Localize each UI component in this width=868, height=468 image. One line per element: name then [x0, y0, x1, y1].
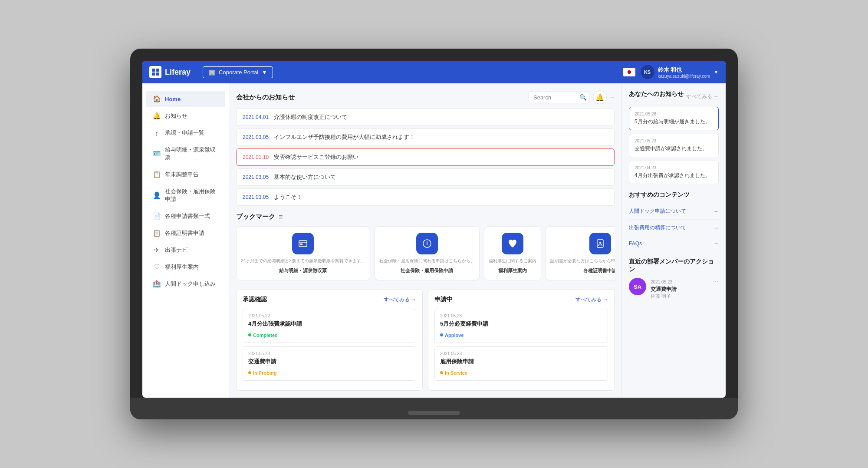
member-actions-section: 直近の部署メンバーのアクション SA 2021.05.23 ··· 交通費申請 …: [629, 258, 719, 300]
member-dots-button[interactable]: ···: [713, 278, 719, 286]
flag-icon: [623, 68, 635, 76]
member-avatar: SA: [629, 278, 646, 295]
bookmark-label-kyuuyo: 給与明細・源泉徴収票: [279, 267, 327, 274]
right-sidebar: あなたへのお知らせ すべてみる → 2021.05.28 5月分の給与明細が届き…: [621, 83, 726, 398]
bookmark-desc-kyuuyo: 24ヶ月までの給与明細と2票まての源泉徴収票を閲覧できます。: [241, 258, 365, 264]
notification-bell-button[interactable]: 🔔: [593, 90, 607, 104]
approval-item-1[interactable]: 2021.05.22 4月分出張費承認申請 Completed: [243, 309, 416, 343]
recommended-item-3[interactable]: FAQs →: [629, 236, 719, 251]
application-status-2: In Service: [440, 370, 467, 376]
application-status-1: Applove: [440, 333, 464, 338]
recommended-section: おすすめのコンテンツ 人間ドック申請について → 出張費用の精算について → F…: [629, 191, 719, 251]
card-icon: 🪪: [153, 150, 161, 158]
clipboard-icon: 📋: [153, 171, 161, 178]
recommended-item-1[interactable]: 人間ドック申請について →: [629, 203, 719, 220]
announcement-date-highlighted: 2021.01.10: [243, 154, 269, 160]
member-info: 2021.05.23 ··· 交通費申請 佐藤 明子: [651, 278, 719, 300]
announcement-date: 2021.03.05: [243, 194, 269, 200]
personal-notices-title: あなたへのお知らせ: [629, 90, 684, 98]
recommended-item-2[interactable]: 出張費用の精算について →: [629, 220, 719, 236]
notice-card-1[interactable]: 2021.05.28 5月分の給与明細が届きました。: [629, 107, 719, 130]
notice-date-2: 2021.05.23: [635, 138, 713, 143]
sidebar-item-home[interactable]: 🏠 Home: [146, 91, 225, 107]
sidebar-item-kyuuyo[interactable]: 🪪 給与明細・源泉微収票: [146, 142, 225, 166]
logo-text: Liferay: [165, 68, 191, 77]
announcement-text: 介護休暇の制度改正について: [274, 113, 347, 121]
bookmarks-header: ブックマーク ≡: [236, 213, 615, 221]
bookmark-desc-fukuri: 福利厚生に関するご案内: [489, 258, 536, 264]
application-see-all[interactable]: すべてみる →: [575, 296, 608, 303]
recommended-text-1: 人間ドック申請について: [629, 208, 686, 215]
svg-rect-3: [156, 73, 159, 76]
notice-card-3[interactable]: 2021.04.23 4月分出張費が承認されました。: [629, 161, 719, 184]
bookmark-card-shomei[interactable]: 証明書が必要な方はこちらから申請いただけます。 各種証明書申請: [546, 226, 615, 280]
application-item-2[interactable]: 2021.05.28 雇用保険申請 In Service: [434, 346, 608, 381]
announcements-more[interactable]: ···: [610, 94, 615, 100]
announcement-list: 2021.04.01 介護休暇の制度改正について 2021.03.05 インフル…: [236, 109, 615, 206]
sidebar-item-shounin[interactable]: ↕ 承認・申請一覧: [146, 125, 225, 141]
announcement-item[interactable]: 2021.03.05 インフルエンザ予防接種の費用が大幅に助成されます！: [236, 129, 615, 146]
user-dropdown-icon: ▼: [713, 69, 719, 75]
sidebar-label-shinsei: 各種申請書類一式: [165, 212, 210, 220]
application-panel-title: 申請中: [434, 296, 453, 303]
bookmark-label-shakai: 社会保険・雇用保険申請: [401, 267, 453, 274]
bookmark-label-fukuri: 福利厚生案内: [498, 267, 527, 274]
announcement-item[interactable]: 2021.03.05 ようこそ！: [236, 188, 615, 206]
search-button[interactable]: 🔍: [579, 94, 587, 101]
approval-panel-title: 承認確認: [243, 296, 267, 303]
sidebar-label-fukuri: 福利厚生案内: [165, 263, 199, 271]
svg-point-9: [599, 242, 601, 244]
application-title-2: 雇用保険申請: [440, 358, 602, 366]
sidebar-item-ningen[interactable]: 🏥 人間ドック申し込み: [146, 276, 225, 292]
bookmarks-title: ブックマーク: [236, 213, 275, 221]
user-name: 鈴木 和也: [658, 66, 710, 74]
hospital-icon: 🏥: [153, 280, 161, 288]
notice-text-2: 交通費申請が承認されました。: [635, 145, 713, 152]
sidebar-label-home: Home: [165, 96, 181, 102]
approval-panel: 承認確認 すべてみる → 2021.05.22 4月分出張費承認申請 Compl…: [236, 289, 423, 391]
notice-text-3: 4月分出張費が承認されました。: [635, 172, 713, 179]
sidebar-item-fukuri[interactable]: ♡ 福利厚生案内: [146, 259, 225, 275]
user-menu[interactable]: KS 鈴木 和也 kazuya.suzuki@liferay.com ▼: [641, 65, 719, 79]
status-dot-orange: [248, 371, 251, 374]
approval-see-all[interactable]: すべてみる →: [384, 296, 416, 303]
portal-dropdown-button[interactable]: 🏢 Coporate Portal ▼: [203, 66, 273, 78]
sidebar-label-ningen: 人間ドック申し込み: [165, 280, 216, 288]
bookmark-icon-shakai: i: [416, 233, 438, 254]
recommended-text-2: 出張費用の精算について: [629, 224, 686, 231]
announcement-item[interactable]: 2021.04.01 介護休暇の制度改正について: [236, 109, 615, 126]
svg-rect-1: [156, 69, 159, 72]
home-icon: 🏠: [153, 95, 161, 103]
approval-status-1: Completed: [248, 333, 278, 338]
sidebar-item-ooshirase[interactable]: 🔔 お知らせ: [146, 108, 225, 124]
arrows-icon: ↕: [153, 129, 161, 137]
personal-notices-header: あなたへのお知らせ すべてみる →: [629, 90, 719, 102]
sidebar-item-shucchou[interactable]: ✈ 出張ナビ: [146, 242, 225, 258]
sidebar-item-shakaihoken[interactable]: 👤 社会保険・雇用保険申請: [146, 183, 225, 208]
sidebar-label-shucchou: 出張ナビ: [165, 246, 187, 254]
bookmark-card-kyuuyo[interactable]: 24ヶ月までの給与明細と2票まての源泉徴収票を閲覧できます。 給与明細・源泉徴収…: [236, 226, 370, 280]
application-panel: 申請中 すべてみる → 2021.05.28 5月分必要経費申請 Applove: [428, 289, 615, 391]
approval-item-2[interactable]: 2021.05.23 交通費申請 In Probing: [243, 346, 416, 381]
bottom-panels: 承認確認 すべてみる → 2021.05.22 4月分出張費承認申請 Compl…: [236, 289, 615, 391]
recommended-arrow-1: →: [713, 208, 719, 214]
sidebar-label-shounin: 承認・申請一覧: [165, 129, 204, 137]
announcement-text: ようこそ！: [274, 193, 302, 201]
announcement-item[interactable]: 2021.03.05 基本的な使い方について: [236, 168, 615, 186]
announcement-item-highlighted[interactable]: 2021.01.10 安否確認サービスご登録のお願い: [236, 148, 615, 166]
application-item-1[interactable]: 2021.05.28 5月分必要経費申請 Applove: [434, 309, 608, 343]
sidebar-item-nenmatsuchousei[interactable]: 📋 年末調整申告: [146, 166, 225, 183]
notice-card-2[interactable]: 2021.05.23 交通費申請が承認されました。: [629, 134, 719, 157]
status-dot-blue: [440, 333, 443, 336]
search-box: 🔍 🔔 ···: [529, 90, 615, 104]
recommended-arrow-3: →: [713, 241, 719, 247]
bookmark-card-fukuri[interactable]: 福利厚生に関するご案内 福利厚生案内: [484, 226, 541, 280]
bookmarks-menu-icon[interactable]: ≡: [279, 213, 283, 221]
sidebar-label-ooshirase: お知らせ: [165, 112, 187, 120]
member-action-date: 2021.05.23: [651, 280, 672, 284]
sidebar-item-shinseisho[interactable]: 📄 各種申請書類一式: [146, 208, 225, 224]
sidebar-item-shomeisho[interactable]: 📋 各種証明書申請: [146, 225, 225, 241]
bookmark-card-shakai[interactable]: i 社会保険・雇用保険に関わる申請はこちらから。 社会保険・雇用保険申請: [375, 226, 480, 280]
approval-title-2: 交通費申請: [248, 358, 411, 366]
personal-notices-see-all[interactable]: すべてみる →: [686, 93, 719, 100]
